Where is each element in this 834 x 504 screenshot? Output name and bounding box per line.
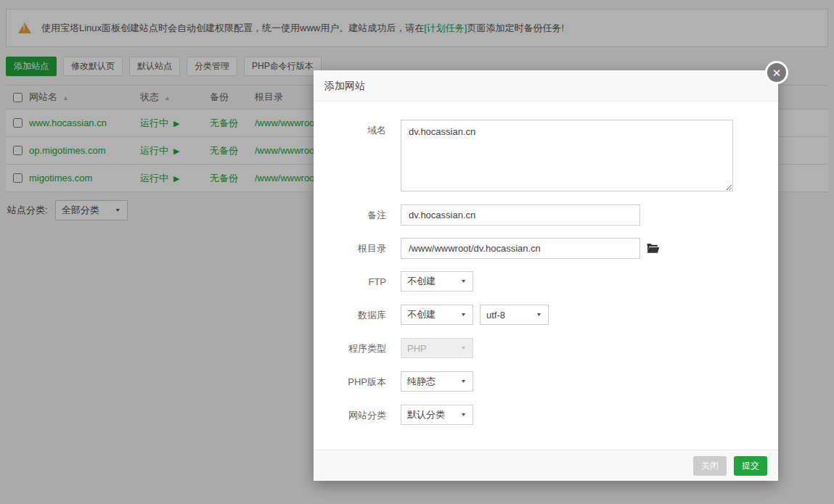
dropdown-arrow-icon: ▼ xyxy=(460,312,467,318)
dropdown-arrow-icon: ▼ xyxy=(460,412,467,418)
modal-footer: 关闭 提交 xyxy=(314,450,778,481)
domain-label: 域名 xyxy=(314,120,386,141)
charset-select-value: utf-8 xyxy=(486,310,505,321)
app-type-select: PHP ▼ xyxy=(401,338,473,358)
add-website-form: 域名 dv.hocassian.cn 备注 根目录 FTP 不创建 ▼ 数据库 … xyxy=(314,102,778,426)
dropdown-arrow-icon: ▼ xyxy=(460,379,467,384)
close-icon[interactable]: ✕ xyxy=(765,61,788,84)
ftp-select[interactable]: 不创建 ▼ xyxy=(401,271,473,292)
database-label: 数据库 xyxy=(314,305,386,326)
root-dir-label: 根目录 xyxy=(314,238,386,259)
site-category-select[interactable]: 默认分类 ▼ xyxy=(401,405,473,425)
charset-select[interactable]: utf-8 ▼ xyxy=(480,305,549,325)
remark-input[interactable] xyxy=(401,205,640,226)
dropdown-arrow-icon: ▼ xyxy=(460,345,467,351)
database-select-value: 不创建 xyxy=(407,308,436,321)
site-category-label: 网站分类 xyxy=(314,405,386,426)
domain-textarea[interactable]: dv.hocassian.cn xyxy=(401,120,733,191)
app-type-label: 程序类型 xyxy=(314,338,386,359)
ftp-select-value: 不创建 xyxy=(407,275,436,288)
php-version-select[interactable]: 纯静态 ▼ xyxy=(401,371,473,392)
site-category-select-value: 默认分类 xyxy=(407,408,445,421)
app-type-select-value: PHP xyxy=(407,343,427,354)
root-dir-input[interactable] xyxy=(401,238,640,259)
add-website-modal: 添加网站 ✕ 域名 dv.hocassian.cn 备注 根目录 FTP 不创建… xyxy=(314,70,778,481)
ftp-label: FTP xyxy=(314,271,386,292)
php-version-select-value: 纯静态 xyxy=(407,375,436,388)
modal-title: 添加网站 xyxy=(314,70,778,102)
php-version-label: PHP版本 xyxy=(314,371,386,392)
remark-label: 备注 xyxy=(314,205,386,226)
database-select[interactable]: 不创建 ▼ xyxy=(401,305,473,325)
dropdown-arrow-icon: ▼ xyxy=(536,312,542,318)
close-button[interactable]: 关闭 xyxy=(693,456,727,476)
dropdown-arrow-icon: ▼ xyxy=(460,278,467,284)
submit-button[interactable]: 提交 xyxy=(734,456,767,476)
folder-icon[interactable] xyxy=(647,243,659,254)
